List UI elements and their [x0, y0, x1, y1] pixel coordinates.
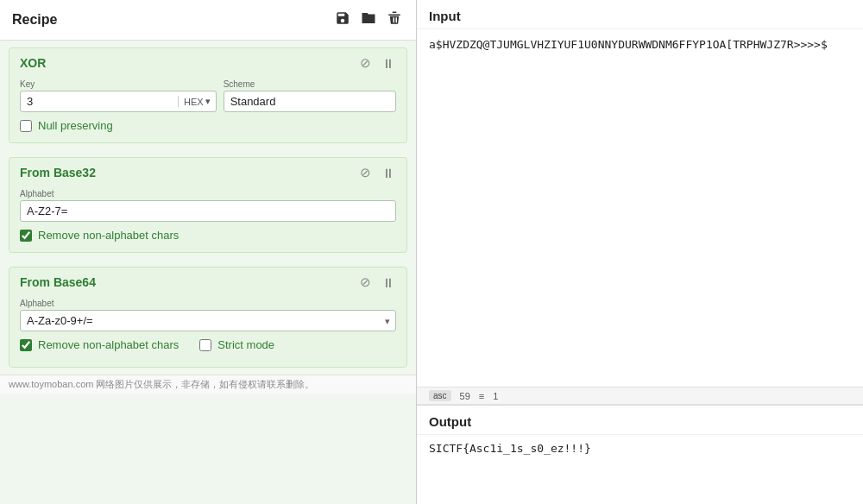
delete-button[interactable]	[385, 9, 404, 31]
output-textarea[interactable]	[417, 435, 863, 504]
xor-body: Key HEX ▾ Scheme Null preserving	[9, 76, 406, 142]
xor-key-group: Key HEX ▾	[20, 79, 217, 112]
base64-alphabet-group: Alphabet A-Za-z0-9+/= ▾	[20, 299, 396, 331]
base64-disable-btn[interactable]: ⊘	[358, 274, 373, 290]
recipe-title: Recipe	[12, 12, 57, 28]
line-icon: ≡	[479, 391, 484, 401]
base32-block: From Base32 ⊘ ⏸ Alphabet Remove non-alph…	[9, 157, 407, 253]
base64-fields: Alphabet A-Za-z0-9+/= ▾	[20, 299, 396, 331]
xor-key-input[interactable]	[21, 91, 178, 111]
base64-block: From Base64 ⊘ ⏸ Alphabet A-Za-z0-9+/= ▾	[9, 267, 407, 368]
xor-scheme-label: Scheme	[224, 79, 396, 89]
output-title: Output	[417, 406, 863, 435]
base64-remove-checkbox[interactable]	[20, 339, 32, 351]
xor-null-checkbox[interactable]	[20, 120, 32, 132]
recipe-icons	[333, 9, 404, 31]
footer-note: www.toymoban.com 网络图片仅供展示，非存储，如有侵权请联系删除。	[0, 375, 416, 394]
base64-alphabet-wrapper: A-Za-z0-9+/= ▾	[20, 310, 396, 331]
output-section: Output	[417, 406, 863, 504]
base64-remove-row: Remove non-alphabet chars	[20, 338, 179, 351]
base32-fields: Alphabet	[20, 189, 396, 222]
base32-pause-btn[interactable]: ⏸	[380, 165, 396, 180]
save-icon	[335, 10, 350, 26]
xor-title: XOR	[20, 56, 46, 70]
base64-title: From Base64	[20, 275, 96, 289]
open-button[interactable]	[359, 9, 378, 31]
base32-remove-label[interactable]: Remove non-alphabet chars	[38, 229, 179, 242]
line-count: 1	[493, 391, 498, 401]
base64-alphabet-label: Alphabet	[20, 299, 396, 308]
trash-icon	[387, 10, 402, 26]
base32-alphabet-input[interactable]	[20, 200, 396, 222]
base64-strict-label[interactable]: Strict mode	[217, 338, 274, 351]
encoding-badge: asc	[429, 390, 451, 401]
base64-strict-checkbox[interactable]	[199, 339, 211, 351]
save-button[interactable]	[333, 9, 352, 31]
xor-disable-btn[interactable]: ⊘	[358, 55, 373, 71]
base64-options-row: Remove non-alphabet chars Strict mode	[20, 338, 396, 351]
xor-key-type[interactable]: HEX ▾	[178, 96, 216, 107]
xor-null-label[interactable]: Null preserving	[38, 119, 113, 132]
xor-block: XOR ⊘ ⏸ Key HEX ▾	[9, 47, 407, 143]
input-title: Input	[417, 0, 863, 29]
base32-title: From Base32	[20, 166, 96, 180]
base64-body: Alphabet A-Za-z0-9+/= ▾ Remove non-alpha…	[9, 295, 406, 367]
right-panel: Input asc 59 ≡ 1 Output	[417, 0, 863, 504]
base64-controls: ⊘ ⏸	[358, 274, 396, 290]
base64-remove-label[interactable]: Remove non-alphabet chars	[38, 338, 179, 351]
base32-header: From Base32 ⊘ ⏸	[9, 158, 406, 186]
xor-controls: ⊘ ⏸	[358, 55, 396, 71]
base64-alphabet-select[interactable]: A-Za-z0-9+/=	[20, 310, 396, 331]
base64-strict-row: Strict mode	[199, 338, 274, 351]
char-count: 59	[460, 391, 470, 401]
xor-header: XOR ⊘ ⏸	[9, 48, 406, 76]
left-panel: Recipe XOR ⊘ ⏸	[0, 0, 417, 504]
folder-icon	[361, 10, 376, 26]
xor-key-label: Key	[20, 79, 217, 89]
base32-alphabet-group: Alphabet	[20, 189, 396, 222]
base32-remove-row: Remove non-alphabet chars	[20, 229, 396, 242]
base32-alphabet-label: Alphabet	[20, 189, 396, 198]
base32-controls: ⊘ ⏸	[358, 165, 396, 180]
base64-pause-btn[interactable]: ⏸	[380, 274, 396, 290]
recipe-header: Recipe	[0, 0, 416, 41]
base32-body: Alphabet Remove non-alphabet chars	[9, 186, 406, 252]
xor-fields: Key HEX ▾ Scheme	[20, 79, 396, 112]
xor-scheme-input[interactable]	[224, 91, 396, 112]
input-statusbar: asc 59 ≡ 1	[417, 387, 863, 405]
base32-remove-checkbox[interactable]	[20, 230, 32, 242]
input-section: Input asc 59 ≡ 1	[417, 0, 863, 406]
base32-disable-btn[interactable]: ⊘	[358, 165, 373, 180]
xor-scheme-group: Scheme	[224, 79, 396, 112]
footer-text: www.toymoban.com 网络图片仅供展示，非存储，如有侵权请联系删除。	[9, 379, 314, 389]
xor-key-input-wrapper: HEX ▾	[20, 91, 217, 112]
base64-header: From Base64 ⊘ ⏸	[9, 268, 406, 295]
input-textarea[interactable]	[417, 29, 863, 387]
xor-pause-btn[interactable]: ⏸	[380, 55, 396, 71]
xor-null-row: Null preserving	[20, 119, 396, 132]
